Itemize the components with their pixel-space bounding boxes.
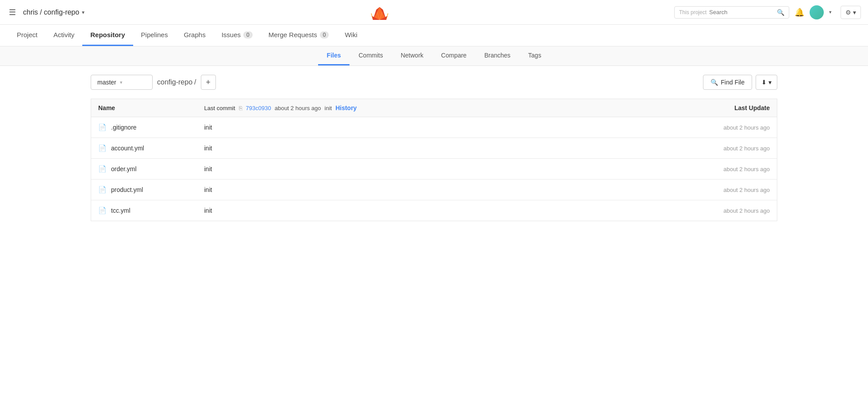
- file-icon: 📄: [98, 165, 107, 173]
- file-name-cell: 📄product.yml: [91, 180, 197, 200]
- file-last-update: about 2 hours ago: [622, 117, 777, 138]
- last-commit-label: Last commit: [204, 105, 235, 111]
- project-title[interactable]: chris / config-repo ▾: [23, 8, 84, 16]
- search-input[interactable]: [709, 9, 774, 15]
- file-name-link[interactable]: 📄order.yml: [98, 165, 190, 173]
- sub-nav-item-tags[interactable]: Tags: [519, 46, 550, 65]
- table-row: 📄account.ymlinitabout 2 hours ago: [91, 138, 777, 159]
- file-last-update: about 2 hours ago: [622, 180, 777, 200]
- sub-nav-item-files[interactable]: Files: [318, 46, 350, 65]
- main-nav-item-graphs[interactable]: Graphs: [176, 25, 213, 46]
- file-name-cell: 📄.gitignore: [91, 117, 197, 138]
- hamburger-button[interactable]: ☰: [7, 6, 18, 19]
- col-last-update-header: Last Update: [622, 99, 777, 117]
- file-commit-msg: init: [197, 200, 622, 221]
- table-row: 📄product.ymlinitabout 2 hours ago: [91, 180, 777, 200]
- gitlab-logo: [371, 4, 388, 21]
- find-file-button[interactable]: 🔍 Find File: [703, 75, 752, 90]
- notification-bell[interactable]: 🔔: [795, 8, 804, 17]
- file-name-text: account.yml: [111, 145, 144, 152]
- branch-bar: master ▾ config-repo / + 🔍 Find File ⬇ ▾: [91, 75, 777, 90]
- file-name-link[interactable]: 📄.gitignore: [98, 123, 190, 131]
- main-nav-item-merge-requests[interactable]: Merge Requests0: [261, 25, 337, 46]
- file-icon: 📄: [98, 207, 107, 214]
- file-table: Name Last commit ⎘ 793c0930 about 2 hour…: [91, 99, 777, 221]
- file-name-text: tcc.yml: [111, 207, 131, 214]
- file-last-update: about 2 hours ago: [622, 200, 777, 221]
- file-name-link[interactable]: 📄product.yml: [98, 186, 190, 194]
- settings-icon: ⚙: [845, 9, 851, 16]
- file-commit-msg: init: [197, 180, 622, 200]
- repo-path: config-repo /: [157, 78, 196, 86]
- main-nav-item-project[interactable]: Project: [9, 25, 46, 46]
- file-commit-msg: init: [197, 117, 622, 138]
- copy-commit-icon[interactable]: ⎘: [239, 105, 242, 111]
- file-icon: 📄: [98, 123, 107, 131]
- commit-hash-link[interactable]: 793c0930: [246, 105, 271, 111]
- file-name-cell: 📄order.yml: [91, 159, 197, 180]
- main-nav-item-pipelines[interactable]: Pipelines: [133, 25, 176, 46]
- col-last-commit-header: Last commit ⎘ 793c0930 about 2 hours ago…: [197, 99, 622, 117]
- col-name-header: Name: [91, 99, 197, 117]
- branch-name: master: [97, 79, 116, 86]
- sub-nav-item-compare[interactable]: Compare: [432, 46, 476, 65]
- file-icon: 📄: [98, 186, 107, 194]
- file-name-link[interactable]: 📄tcc.yml: [98, 207, 190, 214]
- project-path-label: chris / config-repo: [23, 8, 79, 16]
- file-name-text: .gitignore: [111, 124, 137, 131]
- file-name-cell: 📄tcc.yml: [91, 200, 197, 221]
- table-header-row: Name Last commit ⎘ 793c0930 about 2 hour…: [91, 99, 777, 117]
- search-icon: 🔍: [777, 9, 784, 16]
- main-nav-item-wiki[interactable]: Wiki: [337, 25, 365, 46]
- logo-center: [90, 4, 669, 21]
- sub-nav: FilesCommitsNetworkCompareBranchesTags: [0, 46, 868, 66]
- file-icon: 📄: [98, 144, 107, 152]
- sub-nav-item-branches[interactable]: Branches: [476, 46, 519, 65]
- file-name-text: order.yml: [111, 165, 137, 172]
- find-file-label: Find File: [721, 79, 745, 86]
- file-commit-msg: init: [197, 138, 622, 159]
- avatar[interactable]: [810, 5, 824, 19]
- repo-path-name: config-repo: [157, 78, 192, 86]
- file-name-cell: 📄account.yml: [91, 138, 197, 159]
- search-box[interactable]: This project 🔍: [674, 6, 789, 19]
- settings-button[interactable]: ⚙ ▾: [841, 6, 861, 19]
- download-chevron: ▾: [768, 79, 772, 86]
- search-scope-label: This project: [679, 9, 707, 15]
- commit-time: about 2 hours ago: [275, 105, 321, 111]
- main-nav: ProjectActivityRepositoryPipelinesGraphs…: [0, 25, 868, 46]
- main-nav-item-activity[interactable]: Activity: [46, 25, 83, 46]
- download-icon: ⬇: [761, 79, 767, 86]
- badge-issues: 0: [243, 31, 253, 38]
- file-last-update: about 2 hours ago: [622, 159, 777, 180]
- project-chevron: ▾: [82, 9, 84, 15]
- history-link[interactable]: History: [335, 104, 357, 111]
- table-row: 📄order.ymlinitabout 2 hours ago: [91, 159, 777, 180]
- path-separator: /: [194, 78, 196, 86]
- file-name-link[interactable]: 📄account.yml: [98, 144, 190, 152]
- file-name-text: product.yml: [111, 186, 143, 193]
- main-nav-item-issues[interactable]: Issues0: [214, 25, 261, 46]
- file-last-update: about 2 hours ago: [622, 138, 777, 159]
- repo-content: master ▾ config-repo / + 🔍 Find File ⬇ ▾…: [80, 66, 788, 230]
- branch-chevron: ▾: [120, 80, 123, 85]
- badge-merge requests: 0: [320, 31, 329, 38]
- file-commit-msg: init: [197, 159, 622, 180]
- avatar-chevron[interactable]: ▾: [829, 9, 832, 15]
- sub-nav-item-commits[interactable]: Commits: [350, 46, 392, 65]
- main-nav-item-repository[interactable]: Repository: [82, 25, 133, 46]
- download-button[interactable]: ⬇ ▾: [756, 75, 777, 90]
- branch-selector[interactable]: master ▾: [91, 75, 153, 90]
- table-row: 📄tcc.ymlinitabout 2 hours ago: [91, 200, 777, 221]
- commit-message-header: init: [325, 105, 332, 111]
- find-file-icon: 🔍: [711, 79, 718, 86]
- settings-chevron: ▾: [853, 9, 856, 16]
- branch-bar-right: 🔍 Find File ⬇ ▾: [703, 75, 777, 90]
- top-nav: ☰ chris / config-repo ▾ This project 🔍 🔔…: [0, 0, 868, 25]
- top-right-area: This project 🔍 🔔 ▾: [674, 5, 832, 19]
- add-file-button[interactable]: +: [201, 75, 216, 90]
- table-row: 📄.gitignoreinitabout 2 hours ago: [91, 117, 777, 138]
- sub-nav-item-network[interactable]: Network: [392, 46, 432, 65]
